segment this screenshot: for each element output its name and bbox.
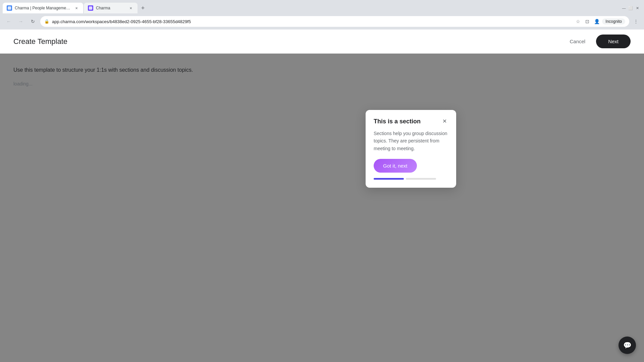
back-button[interactable]: ← — [4, 17, 13, 26]
lock-icon: 🔒 — [44, 19, 49, 24]
tooltip-progress — [374, 178, 448, 180]
main-area: Use this template to structure your 1:1s… — [0, 54, 644, 100]
address-bar[interactable]: 🔒 app.charma.com/workspaces/b4838ed2-092… — [40, 16, 629, 27]
tab-2[interactable]: Charma ✕ — [84, 3, 138, 13]
tooltip-title: This is a section — [374, 118, 421, 125]
cancel-button[interactable]: Cancel — [564, 36, 591, 47]
svg-rect-1 — [89, 6, 92, 10]
tab-2-favicon — [88, 5, 93, 11]
new-tab-button[interactable]: + — [138, 3, 148, 13]
bookmark-icon[interactable]: ☆ — [574, 17, 582, 25]
address-text: app.charma.com/workspaces/b4838ed2-0925-… — [52, 19, 571, 24]
extensions-icon[interactable]: ⋮ — [632, 17, 640, 25]
browser-chrome: Charma | People Management S... ✕ Charma… — [0, 0, 644, 29]
forward-button[interactable]: → — [16, 17, 25, 26]
tab-2-close[interactable]: ✕ — [128, 5, 133, 11]
close-window-button[interactable]: ✕ — [635, 5, 640, 11]
tab-1-favicon — [7, 5, 12, 11]
tooltip-close-button[interactable]: ✕ — [441, 118, 448, 125]
tab-1[interactable]: Charma | People Management S... ✕ — [3, 3, 83, 13]
loading-text: loading... — [13, 81, 631, 86]
tab-2-title: Charma — [96, 6, 125, 10]
progress-segment-1 — [374, 178, 404, 180]
window-controls: — ⬜ ✕ — [621, 5, 644, 11]
refresh-button[interactable]: ↻ — [28, 17, 38, 26]
profile-icon[interactable]: 👤 — [593, 17, 601, 25]
incognito-label: Incognito — [602, 18, 625, 24]
tooltip-popover: This is a section ✕ Sections help you gr… — [366, 110, 456, 188]
tab-1-close[interactable]: ✕ — [74, 5, 79, 11]
address-bar-row: ← → ↻ 🔒 app.charma.com/workspaces/b4838e… — [0, 13, 644, 29]
page-header: Create Template Cancel Next — [0, 29, 644, 54]
page-content: Create Template Cancel Next Use this tem… — [0, 29, 644, 362]
tab-1-title: Charma | People Management S... — [15, 6, 71, 10]
progress-segment-2 — [406, 178, 436, 180]
page-title: Create Template — [13, 37, 67, 46]
description-text: Use this template to structure your 1:1s… — [13, 67, 631, 73]
got-it-button[interactable]: Got it, next — [374, 159, 417, 173]
svg-rect-0 — [8, 6, 11, 10]
tooltip-body: Sections help you group discussion topic… — [374, 130, 448, 152]
chat-widget-button[interactable]: 💬 — [619, 337, 636, 354]
header-actions: Cancel Next — [564, 35, 631, 48]
maximize-button[interactable]: ⬜ — [628, 5, 633, 11]
address-bar-actions: ☆ ⊡ 👤 Incognito — [574, 17, 625, 25]
tab-bar: Charma | People Management S... ✕ Charma… — [0, 0, 644, 13]
tooltip-header: This is a section ✕ — [374, 118, 448, 125]
next-button[interactable]: Next — [596, 35, 631, 48]
minimize-button[interactable]: — — [621, 5, 627, 11]
split-screen-icon[interactable]: ⊡ — [583, 17, 591, 25]
chat-icon: 💬 — [623, 341, 632, 349]
